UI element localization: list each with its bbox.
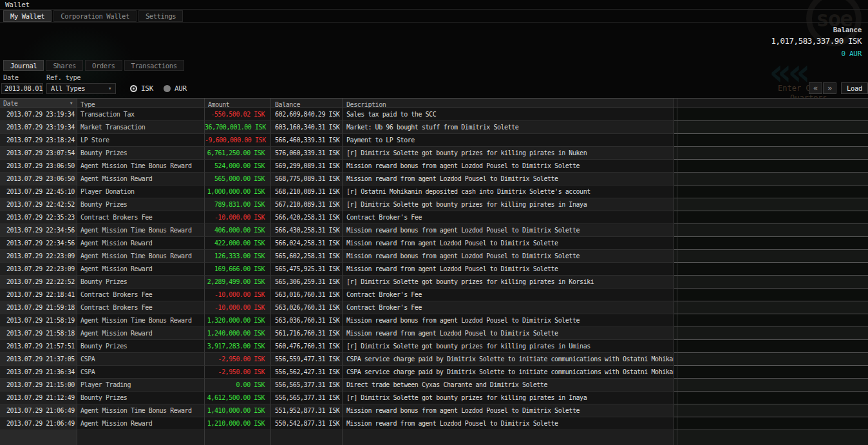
- pager-previous-button[interactable]: «: [809, 82, 822, 94]
- empty-cell: [677, 430, 868, 445]
- cell-amount: 4,612,500.00 ISK: [205, 392, 271, 404]
- main-tab-bar: My Wallet Corporation Wallet Settings: [3, 10, 183, 22]
- table-row[interactable]: 2013.07.29 23:19:34Market Transaction36,…: [0, 121, 868, 134]
- cell-balance: 556,565,377.31 ISK: [271, 392, 343, 404]
- date-input[interactable]: 2013.08.01: [1, 83, 43, 94]
- table-row[interactable]: 2013.07.29 21:57:51Bounty Prizes3,917,28…: [0, 340, 868, 353]
- cell-type: Bounty Prizes: [77, 276, 205, 289]
- tab-transactions[interactable]: Transactions: [124, 60, 184, 71]
- cell-balance: 567,210,089.31 ISK: [271, 198, 343, 211]
- row-filler: [677, 173, 868, 185]
- cell-amount: -2,950.00 ISK: [205, 366, 271, 379]
- table-row[interactable]: 2013.07.29 21:59:18Contract Brokers Fee-…: [0, 301, 868, 314]
- cell-amount: 789,831.00 ISK: [205, 198, 271, 211]
- table-row[interactable]: 2013.07.29 22:18:41Contract Brokers Fee-…: [0, 289, 868, 301]
- cell-type: Agent Mission Time Bonus Reward: [77, 404, 205, 417]
- journal-table-header: Date ▾ Type Amount Balance Description: [0, 98, 868, 108]
- chevrons-left-icon: «: [813, 84, 818, 93]
- cell-description: CSPA service charge paid by Dimitrix Sol…: [343, 366, 674, 379]
- row-filler: [677, 289, 868, 301]
- cell-description: [r] Dimitrix Solette got bounty prizes f…: [343, 198, 674, 211]
- cell-type: Bounty Prizes: [77, 147, 205, 160]
- table-row[interactable]: 2013.07.29 22:45:10Player Donation1,000,…: [0, 185, 868, 198]
- load-button[interactable]: Load: [841, 82, 868, 94]
- table-row[interactable]: 2013.07.29 22:34:56Agent Mission Time Bo…: [0, 224, 868, 237]
- table-row[interactable]: 2013.07.29 21:58:19Agent Mission Time Bo…: [0, 314, 868, 327]
- cell-amount: 2,289,499.00 ISK: [205, 276, 271, 289]
- cell-amount: 169,666.00 ISK: [205, 263, 271, 276]
- column-header-balance[interactable]: Balance: [271, 99, 343, 108]
- cell-balance: 576,060,339.31 ISK: [271, 147, 343, 160]
- ref-type-filter-label: Ref. type: [46, 73, 80, 81]
- cell-balance: 565,475,925.31 ISK: [271, 263, 343, 276]
- table-row[interactable]: 2013.07.29 21:36:34CSPA-2,950.00 ISK556,…: [0, 366, 868, 379]
- cell-description: Mission reward bonus from agent Lozdod P…: [343, 314, 674, 327]
- tab-orders[interactable]: Orders: [85, 60, 122, 71]
- cell-balance: 560,476,760.31 ISK: [271, 340, 343, 353]
- cell-description: Direct trade between Cyxas Charante and …: [343, 379, 674, 392]
- cell-amount: 6,761,250.00 ISK: [205, 147, 271, 160]
- cell-amount: -9,600,000.00 ISK: [205, 134, 271, 147]
- row-filler: [677, 237, 868, 250]
- table-row[interactable]: 2013.07.29 22:22:52Bounty Prizes2,289,49…: [0, 276, 868, 289]
- table-row[interactable]: 2013.07.29 23:06:50Agent Mission Time Bo…: [0, 160, 868, 173]
- cell-date: 2013.07.29 22:22:52: [0, 276, 77, 289]
- cell-type: Agent Mission Reward: [77, 263, 205, 276]
- cell-type: Player Donation: [77, 185, 205, 198]
- cell-type: Agent Mission Time Bonus Reward: [77, 224, 205, 237]
- column-header-amount[interactable]: Amount: [205, 99, 271, 108]
- radio-aur[interactable]: AUR: [164, 84, 187, 93]
- table-row[interactable]: 2013.07.29 21:37:05CSPA-2,950.00 ISK556,…: [0, 353, 868, 366]
- tab-settings[interactable]: Settings: [138, 10, 183, 22]
- radio-isk[interactable]: ISK: [130, 84, 153, 93]
- ref-type-dropdown[interactable]: All Types ▾: [46, 83, 116, 94]
- cell-description: Mission reward from agent Lozdod Pousel …: [343, 173, 674, 185]
- table-row[interactable]: 2013.07.29 21:06:49Agent Mission Reward1…: [0, 417, 868, 430]
- row-filler: [677, 340, 868, 353]
- table-row[interactable]: 2013.07.29 22:35:23Contract Brokers Fee-…: [0, 211, 868, 224]
- table-row[interactable]: 2013.07.29 21:15:00Player Trading0.00 IS…: [0, 379, 868, 392]
- row-filler: [677, 263, 868, 276]
- table-row[interactable]: 2013.07.29 22:42:52Bounty Prizes789,831.…: [0, 198, 868, 211]
- table-row[interactable]: 2013.07.29 21:12:49Bounty Prizes4,612,50…: [0, 392, 868, 404]
- row-filler: [677, 314, 868, 327]
- cell-type: Contract Brokers Fee: [77, 289, 205, 301]
- table-row[interactable]: 2013.07.29 23:18:24LP Store-9,600,000.00…: [0, 134, 868, 147]
- cell-amount: 565,000.00 ISK: [205, 173, 271, 185]
- cell-date: 2013.07.29 21:58:18: [0, 327, 77, 340]
- table-row[interactable]: 2013.07.29 21:06:49Agent Mission Time Bo…: [0, 404, 868, 417]
- cell-amount: 126,333.00 ISK: [205, 250, 271, 263]
- table-row[interactable]: 2013.07.29 22:23:09Agent Mission Reward1…: [0, 263, 868, 276]
- window-top-divider: [0, 9, 868, 10]
- wallet-section-tab-bar: Journal Shares Orders Transactions: [3, 60, 184, 71]
- column-header-description[interactable]: Description: [343, 99, 674, 108]
- cell-date: 2013.07.29 23:19:34: [0, 108, 77, 121]
- cell-amount: 36,700,001.00 ISK: [205, 121, 271, 134]
- cell-balance: 550,542,877.31 ISK: [271, 417, 343, 430]
- column-header-type[interactable]: Type: [77, 99, 205, 108]
- row-filler: [677, 121, 868, 134]
- tab-corporation-wallet[interactable]: Corporation Wallet: [53, 10, 137, 22]
- row-filler: [677, 134, 868, 147]
- balance-label: Balance: [771, 26, 862, 34]
- cell-date: 2013.07.29 23:06:50: [0, 160, 77, 173]
- tab-my-wallet[interactable]: My Wallet: [3, 10, 52, 22]
- cell-type: Agent Mission Reward: [77, 237, 205, 250]
- table-row[interactable]: 2013.07.29 23:19:34Transaction Tax-550,5…: [0, 108, 868, 121]
- ref-type-selected-value: All Types: [51, 84, 85, 93]
- cell-amount: 1,320,000.00 ISK: [205, 314, 271, 327]
- tab-journal[interactable]: Journal: [3, 60, 44, 71]
- cell-balance: 568,775,089.31 ISK: [271, 173, 343, 185]
- journal-table-body: 2013.07.29 23:19:34Transaction Tax-550,5…: [0, 108, 868, 445]
- column-header-date[interactable]: Date ▾: [0, 99, 77, 108]
- tab-shares[interactable]: Shares: [46, 60, 83, 71]
- table-row[interactable]: 2013.07.29 21:58:18Agent Mission Reward1…: [0, 327, 868, 340]
- table-row[interactable]: 2013.07.29 23:06:50Agent Mission Reward5…: [0, 173, 868, 185]
- cell-amount: -10,000.00 ISK: [205, 301, 271, 314]
- sort-desc-icon: ▾: [70, 99, 73, 108]
- table-row[interactable]: 2013.07.29 23:07:54Bounty Prizes6,761,25…: [0, 147, 868, 160]
- table-row[interactable]: 2013.07.29 22:34:56Agent Mission Reward4…: [0, 237, 868, 250]
- pager-next-button[interactable]: »: [823, 82, 836, 94]
- balance-aur-value: 0 AUR: [771, 50, 862, 58]
- table-row[interactable]: 2013.07.29 22:23:09Agent Mission Time Bo…: [0, 250, 868, 263]
